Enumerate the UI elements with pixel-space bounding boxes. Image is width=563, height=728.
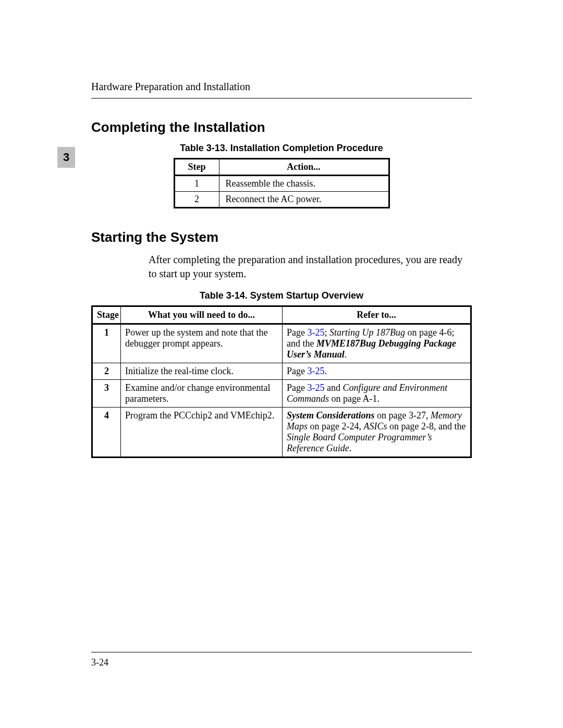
td-stage: 3 xyxy=(92,380,121,408)
th-stage: Stage xyxy=(92,306,121,324)
text: on page A-1. xyxy=(329,393,380,404)
td-what: Power up the system and note that the de… xyxy=(121,324,283,363)
table-row: 1 Reassemble the chassis. xyxy=(174,176,389,192)
text: on page 2-8, and the xyxy=(387,421,466,431)
text: . xyxy=(325,366,327,376)
td-step: 2 xyxy=(174,192,219,208)
td-stage: 4 xyxy=(92,408,121,458)
td-what: Initialize the real-time clock. xyxy=(121,363,283,380)
text: ; xyxy=(325,327,330,338)
table-row: 2 Initialize the real-time clock. Page 3… xyxy=(92,363,471,380)
th-step: Step xyxy=(174,159,219,176)
table-row: 1 Power up the system and note that the … xyxy=(92,324,471,363)
th-action: Action... xyxy=(219,159,389,176)
table-row: 3 Examine and/or change environmental pa… xyxy=(92,380,471,408)
book-title: Starting Up 187Bug xyxy=(329,327,405,338)
table13: Step Action... 1 Reassemble the chassis.… xyxy=(174,158,390,208)
section-heading-starting: Starting the System xyxy=(91,229,472,245)
td-ref: Page 3-25; Starting Up 187Bug on page 4-… xyxy=(283,324,471,363)
td-ref: System Considerations on page 3-27, Memo… xyxy=(283,408,471,458)
text: . xyxy=(345,349,347,360)
section-heading-completing: Completing the Installation xyxy=(91,119,472,135)
page-number: 3-24 xyxy=(91,657,108,668)
page-link[interactable]: 3-25 xyxy=(308,382,325,393)
td-ref: Page 3-25 and Configure and Environment … xyxy=(283,380,471,408)
td-action: Reconnect the AC power. xyxy=(219,192,389,208)
td-stage: 1 xyxy=(92,324,121,363)
text: on page 3-27, xyxy=(375,410,431,421)
table14: Stage What you will need to do... Refer … xyxy=(91,305,472,458)
page-link[interactable]: 3-25 xyxy=(308,327,325,338)
td-step: 1 xyxy=(174,176,219,192)
body-paragraph: After completing the preparation and ins… xyxy=(149,253,472,281)
text: Page xyxy=(287,327,308,338)
text: on page 2-24, xyxy=(308,421,363,431)
table13-caption: Table 3-13. Installation Completion Proc… xyxy=(91,143,472,154)
td-what: Program the PCCchip2 and VMEchip2. xyxy=(121,408,283,458)
td-action: Reassemble the chassis. xyxy=(219,176,389,192)
table-row: Step Action... xyxy=(174,159,389,176)
footer-rule xyxy=(91,652,472,652)
chapter-tab: 3 xyxy=(57,147,75,168)
book-title: ASICs xyxy=(363,421,387,431)
td-stage: 2 xyxy=(92,363,121,380)
table14-caption: Table 3-14. System Startup Overview xyxy=(91,290,472,301)
th-what: What you will need to do... xyxy=(121,306,283,324)
table-row: Stage What you will need to do... Refer … xyxy=(92,306,471,324)
text: Page xyxy=(287,382,308,393)
header-rule xyxy=(91,98,472,98)
page-link[interactable]: 3-25 xyxy=(308,366,325,376)
running-head: Hardware Preparation and Installation xyxy=(91,81,472,93)
text: and xyxy=(325,382,343,393)
text: Page xyxy=(287,366,308,376)
book-title: System Considerations xyxy=(287,410,375,421)
td-what: Examine and/or change environmental para… xyxy=(121,380,283,408)
table-row: 4 Program the PCCchip2 and VMEchip2. Sys… xyxy=(92,408,471,458)
td-ref: Page 3-25. xyxy=(283,363,471,380)
book-title: Single Board Computer Programmer’s Refer… xyxy=(287,432,432,453)
table-row: 2 Reconnect the AC power. xyxy=(174,192,389,208)
th-ref: Refer to... xyxy=(283,306,471,324)
text: . xyxy=(349,443,352,453)
page: Hardware Preparation and Installation 3 … xyxy=(0,0,563,728)
